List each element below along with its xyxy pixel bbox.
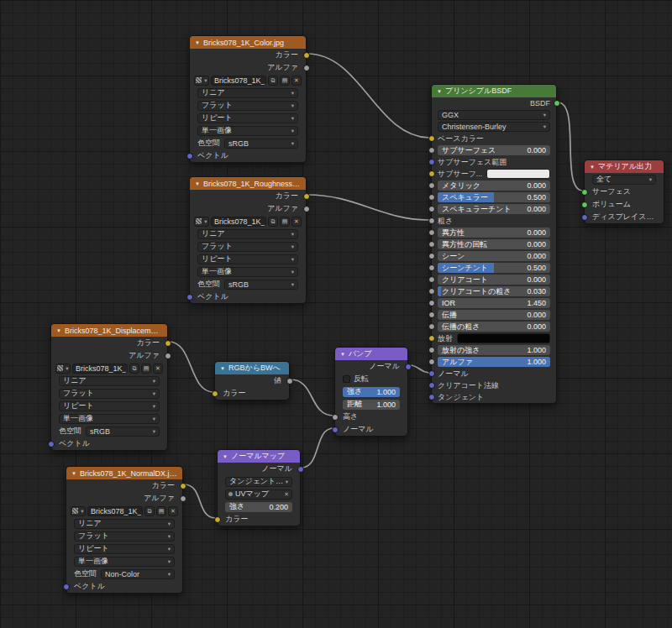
emission-input-socket[interactable] <box>428 335 435 342</box>
copy-icon[interactable]: ⧉ <box>268 217 278 227</box>
collapse-icon[interactable]: ▼ <box>71 471 76 476</box>
surface-input-socket[interactable] <box>581 189 588 196</box>
node-image-texture-normal[interactable]: ▼ Bricks078_1K_NormalDX.jpg カラー アルファ ▾ B… <box>66 466 183 594</box>
interpolation-dropdown[interactable]: リニア▾ <box>59 376 160 386</box>
target-dropdown[interactable]: 全て▾ <box>592 175 656 185</box>
subsurface-color-input-socket[interactable] <box>428 170 435 177</box>
source-dropdown[interactable]: 単一画像▾ <box>197 267 298 277</box>
sheen-tint-input-socket[interactable] <box>428 264 435 271</box>
image-name-field[interactable]: Bricks078_1K_... <box>211 76 266 86</box>
vector-input-socket[interactable] <box>63 584 70 590</box>
metallic-input-socket[interactable] <box>428 182 435 189</box>
open-folder-icon[interactable]: ▤ <box>141 364 151 374</box>
transmission-roughness-slider[interactable]: 伝播の粗さ0.000 <box>438 322 550 332</box>
node-material-output[interactable]: ▼ マテリアル出力 全て▾ サーフェス ボリューム ディスプレイスメ... <box>584 160 664 224</box>
node-header[interactable]: ▼ ノーマルマップ <box>218 450 300 463</box>
alpha-output-socket[interactable] <box>303 206 310 212</box>
extension-dropdown[interactable]: リピート▾ <box>74 544 175 554</box>
sheen-input-socket[interactable] <box>428 253 435 259</box>
unlink-icon[interactable]: ✕ <box>153 364 163 374</box>
node-header[interactable]: ▼ Bricks078_1K_Roughness.jpg <box>190 177 306 190</box>
normal-output-socket[interactable] <box>297 466 304 473</box>
collapse-icon[interactable]: ▼ <box>223 454 228 459</box>
subsurface-radius-input-socket[interactable] <box>428 159 435 165</box>
transmission-roughness-input-socket[interactable] <box>428 323 435 330</box>
subsurface-method-dropdown[interactable]: Christensen-Burley▾ <box>438 122 550 132</box>
collapse-icon[interactable]: ▼ <box>56 328 61 333</box>
sheen-slider[interactable]: シーン0.000 <box>438 251 550 261</box>
clearcoat-input-socket[interactable] <box>428 276 435 283</box>
color-input-socket[interactable] <box>214 516 221 523</box>
clearcoat-roughness-input-socket[interactable] <box>428 288 435 295</box>
clear-icon[interactable]: ✕ <box>284 491 289 498</box>
normal-output-socket[interactable] <box>405 364 412 370</box>
transmission-slider[interactable]: 伝播0.000 <box>438 310 550 320</box>
subsurface-slider[interactable]: サブサーフェス0.000 <box>438 145 550 155</box>
copy-icon[interactable]: ⧉ <box>129 364 139 374</box>
clearcoat-normal-input-socket[interactable] <box>428 382 435 389</box>
basecolor-input-socket[interactable] <box>428 135 435 142</box>
node-header[interactable]: ▼ プリンシプルBSDF <box>432 85 556 97</box>
open-folder-icon[interactable]: ▤ <box>280 217 290 227</box>
strength-slider[interactable]: 強さ0.200 <box>225 502 292 512</box>
projection-dropdown[interactable]: フラット▾ <box>59 389 160 399</box>
open-folder-icon[interactable]: ▤ <box>280 76 290 86</box>
specular-slider[interactable]: スペキュラー0.500 <box>438 192 550 202</box>
node-image-texture-roughness[interactable]: ▼ Bricks078_1K_Roughness.jpg カラー アルファ ▾ … <box>189 176 307 304</box>
invert-checkbox[interactable] <box>343 375 350 383</box>
clearcoat-slider[interactable]: クリアコート0.000 <box>438 275 550 285</box>
space-dropdown[interactable]: タンジェント空間▾ <box>225 477 292 487</box>
extension-dropdown[interactable]: リピート▾ <box>197 254 298 264</box>
anisotropic-rotation-input-socket[interactable] <box>428 241 435 248</box>
ior-slider[interactable]: IOR1.450 <box>438 298 550 308</box>
source-dropdown[interactable]: 単一画像▾ <box>197 126 298 136</box>
transmission-input-socket[interactable] <box>428 311 435 318</box>
node-header[interactable]: ▼ Bricks078_1K_Color.jpg <box>190 36 306 49</box>
node-header[interactable]: ▼ バンプ <box>335 348 407 360</box>
specular-tint-input-socket[interactable] <box>428 206 435 212</box>
tangent-input-socket[interactable] <box>428 394 435 400</box>
distribution-dropdown[interactable]: GGX▾ <box>438 110 550 120</box>
subsurface-input-socket[interactable] <box>428 147 435 154</box>
normal-input-socket[interactable] <box>332 427 339 433</box>
emission-strength-slider[interactable]: 放射の強さ1.000 <box>438 345 550 355</box>
node-image-texture-color[interactable]: ▼ Bricks078_1K_Color.jpg カラー アルファ ▾ Bric… <box>189 35 307 163</box>
collapse-icon[interactable]: ▼ <box>195 40 200 45</box>
unlink-icon[interactable]: ✕ <box>168 506 178 516</box>
colorspace-dropdown[interactable]: Non-Color▾ <box>101 569 175 579</box>
alpha-input-socket[interactable] <box>428 358 435 365</box>
projection-dropdown[interactable]: フラット▾ <box>197 242 298 252</box>
node-image-texture-displacement[interactable]: ▼ Bricks078_1K_Displacement.jpg カラー アルファ… <box>50 323 168 451</box>
color-input-socket[interactable] <box>212 390 218 397</box>
emission-color-swatch[interactable] <box>457 333 550 343</box>
node-header[interactable]: ▼ Bricks078_1K_NormalDX.jpg <box>66 467 182 479</box>
alpha-output-socket[interactable] <box>165 353 171 359</box>
collapse-icon[interactable]: ▼ <box>437 89 442 94</box>
node-editor-canvas[interactable]: ▼ Bricks078_1K_Color.jpg カラー アルファ ▾ Bric… <box>0 0 672 628</box>
bsdf-output-socket[interactable] <box>554 100 560 107</box>
clearcoat-roughness-slider[interactable]: クリアコートの粗さ0.030 <box>438 286 550 296</box>
interpolation-dropdown[interactable]: リニア▾ <box>197 229 298 239</box>
projection-dropdown[interactable]: フラット▾ <box>197 101 298 111</box>
image-name-field[interactable]: Bricks078_1K_... <box>211 217 266 227</box>
normal-input-socket[interactable] <box>428 370 435 377</box>
node-bump[interactable]: ▼ バンプ ノーマル 反転 強さ1.000 距離1.000 高さ <box>334 347 408 437</box>
extension-dropdown[interactable]: リピート▾ <box>197 113 298 123</box>
image-browse-button[interactable]: ▾ <box>194 76 209 86</box>
emission-strength-input-socket[interactable] <box>428 347 435 353</box>
color-output-socket[interactable] <box>303 52 310 59</box>
source-dropdown[interactable]: 単一画像▾ <box>59 414 160 424</box>
open-folder-icon[interactable]: ▤ <box>156 506 166 516</box>
anisotropic-slider[interactable]: 異方性0.000 <box>438 228 550 238</box>
roughness-input-socket[interactable] <box>428 217 435 224</box>
colorspace-dropdown[interactable]: sRGB▾ <box>224 280 298 290</box>
image-name-field[interactable]: Bricks078_1K_... <box>87 506 143 516</box>
unlink-icon[interactable]: ✕ <box>291 217 302 227</box>
extension-dropdown[interactable]: リピート▾ <box>59 401 160 411</box>
vector-input-socket[interactable] <box>186 153 193 160</box>
uvmap-field[interactable]: UVマップ ✕ <box>225 489 292 500</box>
collapse-icon[interactable]: ▼ <box>195 181 200 186</box>
node-header[interactable]: ▼ マテリアル出力 <box>585 160 664 173</box>
image-browse-button[interactable]: ▾ <box>55 364 71 374</box>
node-header[interactable]: ▼ Bricks078_1K_Displacement.jpg <box>51 324 167 337</box>
